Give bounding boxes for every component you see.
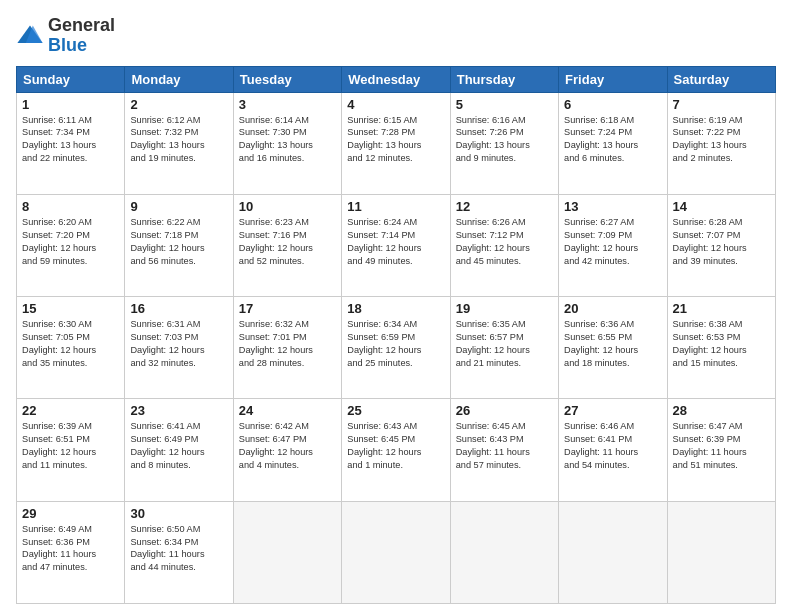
day-info: Sunrise: 6:47 AM Sunset: 6:39 PM Dayligh… — [673, 420, 770, 472]
day-number: 29 — [22, 506, 119, 521]
header: General Blue — [16, 16, 776, 56]
day-info: Sunrise: 6:23 AM Sunset: 7:16 PM Dayligh… — [239, 216, 336, 268]
day-number: 2 — [130, 97, 227, 112]
calendar-cell: 16Sunrise: 6:31 AM Sunset: 7:03 PM Dayli… — [125, 297, 233, 399]
calendar-cell: 28Sunrise: 6:47 AM Sunset: 6:39 PM Dayli… — [667, 399, 775, 501]
day-info: Sunrise: 6:42 AM Sunset: 6:47 PM Dayligh… — [239, 420, 336, 472]
day-number: 14 — [673, 199, 770, 214]
calendar-cell — [233, 501, 341, 603]
logo: General Blue — [16, 16, 115, 56]
day-number: 6 — [564, 97, 661, 112]
calendar-cell: 15Sunrise: 6:30 AM Sunset: 7:05 PM Dayli… — [17, 297, 125, 399]
calendar-cell: 18Sunrise: 6:34 AM Sunset: 6:59 PM Dayli… — [342, 297, 450, 399]
day-info: Sunrise: 6:31 AM Sunset: 7:03 PM Dayligh… — [130, 318, 227, 370]
day-info: Sunrise: 6:16 AM Sunset: 7:26 PM Dayligh… — [456, 114, 553, 166]
calendar-cell: 4Sunrise: 6:15 AM Sunset: 7:28 PM Daylig… — [342, 92, 450, 194]
day-number: 25 — [347, 403, 444, 418]
logo-text: General Blue — [48, 16, 115, 56]
calendar-cell — [342, 501, 450, 603]
day-info: Sunrise: 6:43 AM Sunset: 6:45 PM Dayligh… — [347, 420, 444, 472]
day-info: Sunrise: 6:14 AM Sunset: 7:30 PM Dayligh… — [239, 114, 336, 166]
dow-header-friday: Friday — [559, 66, 667, 92]
day-number: 13 — [564, 199, 661, 214]
calendar-cell: 9Sunrise: 6:22 AM Sunset: 7:18 PM Daylig… — [125, 194, 233, 296]
calendar-cell: 30Sunrise: 6:50 AM Sunset: 6:34 PM Dayli… — [125, 501, 233, 603]
day-number: 7 — [673, 97, 770, 112]
calendar-cell: 23Sunrise: 6:41 AM Sunset: 6:49 PM Dayli… — [125, 399, 233, 501]
calendar-cell: 29Sunrise: 6:49 AM Sunset: 6:36 PM Dayli… — [17, 501, 125, 603]
calendar-cell: 11Sunrise: 6:24 AM Sunset: 7:14 PM Dayli… — [342, 194, 450, 296]
day-info: Sunrise: 6:11 AM Sunset: 7:34 PM Dayligh… — [22, 114, 119, 166]
day-info: Sunrise: 6:39 AM Sunset: 6:51 PM Dayligh… — [22, 420, 119, 472]
day-number: 15 — [22, 301, 119, 316]
dow-header-wednesday: Wednesday — [342, 66, 450, 92]
day-number: 17 — [239, 301, 336, 316]
calendar-cell: 2Sunrise: 6:12 AM Sunset: 7:32 PM Daylig… — [125, 92, 233, 194]
calendar-cell: 14Sunrise: 6:28 AM Sunset: 7:07 PM Dayli… — [667, 194, 775, 296]
day-number: 23 — [130, 403, 227, 418]
day-info: Sunrise: 6:38 AM Sunset: 6:53 PM Dayligh… — [673, 318, 770, 370]
day-info: Sunrise: 6:27 AM Sunset: 7:09 PM Dayligh… — [564, 216, 661, 268]
dow-header-thursday: Thursday — [450, 66, 558, 92]
calendar-cell — [667, 501, 775, 603]
dow-header-saturday: Saturday — [667, 66, 775, 92]
calendar-cell: 21Sunrise: 6:38 AM Sunset: 6:53 PM Dayli… — [667, 297, 775, 399]
day-number: 12 — [456, 199, 553, 214]
day-number: 30 — [130, 506, 227, 521]
day-number: 10 — [239, 199, 336, 214]
day-info: Sunrise: 6:36 AM Sunset: 6:55 PM Dayligh… — [564, 318, 661, 370]
day-number: 21 — [673, 301, 770, 316]
calendar-cell: 22Sunrise: 6:39 AM Sunset: 6:51 PM Dayli… — [17, 399, 125, 501]
day-info: Sunrise: 6:35 AM Sunset: 6:57 PM Dayligh… — [456, 318, 553, 370]
day-number: 18 — [347, 301, 444, 316]
dow-header-tuesday: Tuesday — [233, 66, 341, 92]
day-info: Sunrise: 6:15 AM Sunset: 7:28 PM Dayligh… — [347, 114, 444, 166]
day-info: Sunrise: 6:19 AM Sunset: 7:22 PM Dayligh… — [673, 114, 770, 166]
day-number: 5 — [456, 97, 553, 112]
day-number: 9 — [130, 199, 227, 214]
day-info: Sunrise: 6:34 AM Sunset: 6:59 PM Dayligh… — [347, 318, 444, 370]
day-number: 8 — [22, 199, 119, 214]
calendar-cell: 10Sunrise: 6:23 AM Sunset: 7:16 PM Dayli… — [233, 194, 341, 296]
calendar-cell: 8Sunrise: 6:20 AM Sunset: 7:20 PM Daylig… — [17, 194, 125, 296]
day-info: Sunrise: 6:32 AM Sunset: 7:01 PM Dayligh… — [239, 318, 336, 370]
calendar-cell: 13Sunrise: 6:27 AM Sunset: 7:09 PM Dayli… — [559, 194, 667, 296]
day-number: 20 — [564, 301, 661, 316]
calendar-cell — [559, 501, 667, 603]
day-number: 19 — [456, 301, 553, 316]
day-number: 27 — [564, 403, 661, 418]
calendar-cell: 25Sunrise: 6:43 AM Sunset: 6:45 PM Dayli… — [342, 399, 450, 501]
day-number: 11 — [347, 199, 444, 214]
day-info: Sunrise: 6:41 AM Sunset: 6:49 PM Dayligh… — [130, 420, 227, 472]
dow-header-monday: Monday — [125, 66, 233, 92]
day-number: 1 — [22, 97, 119, 112]
day-info: Sunrise: 6:12 AM Sunset: 7:32 PM Dayligh… — [130, 114, 227, 166]
calendar-cell: 27Sunrise: 6:46 AM Sunset: 6:41 PM Dayli… — [559, 399, 667, 501]
day-info: Sunrise: 6:26 AM Sunset: 7:12 PM Dayligh… — [456, 216, 553, 268]
day-info: Sunrise: 6:24 AM Sunset: 7:14 PM Dayligh… — [347, 216, 444, 268]
day-info: Sunrise: 6:20 AM Sunset: 7:20 PM Dayligh… — [22, 216, 119, 268]
day-info: Sunrise: 6:30 AM Sunset: 7:05 PM Dayligh… — [22, 318, 119, 370]
day-info: Sunrise: 6:46 AM Sunset: 6:41 PM Dayligh… — [564, 420, 661, 472]
calendar-cell: 26Sunrise: 6:45 AM Sunset: 6:43 PM Dayli… — [450, 399, 558, 501]
day-number: 26 — [456, 403, 553, 418]
day-info: Sunrise: 6:49 AM Sunset: 6:36 PM Dayligh… — [22, 523, 119, 575]
day-number: 24 — [239, 403, 336, 418]
day-number: 28 — [673, 403, 770, 418]
calendar-cell: 5Sunrise: 6:16 AM Sunset: 7:26 PM Daylig… — [450, 92, 558, 194]
calendar-cell — [450, 501, 558, 603]
day-info: Sunrise: 6:50 AM Sunset: 6:34 PM Dayligh… — [130, 523, 227, 575]
day-info: Sunrise: 6:28 AM Sunset: 7:07 PM Dayligh… — [673, 216, 770, 268]
day-number: 3 — [239, 97, 336, 112]
day-info: Sunrise: 6:18 AM Sunset: 7:24 PM Dayligh… — [564, 114, 661, 166]
calendar-cell: 1Sunrise: 6:11 AM Sunset: 7:34 PM Daylig… — [17, 92, 125, 194]
calendar-cell: 20Sunrise: 6:36 AM Sunset: 6:55 PM Dayli… — [559, 297, 667, 399]
calendar-cell: 3Sunrise: 6:14 AM Sunset: 7:30 PM Daylig… — [233, 92, 341, 194]
calendar-cell: 17Sunrise: 6:32 AM Sunset: 7:01 PM Dayli… — [233, 297, 341, 399]
calendar-cell: 7Sunrise: 6:19 AM Sunset: 7:22 PM Daylig… — [667, 92, 775, 194]
calendar-cell: 19Sunrise: 6:35 AM Sunset: 6:57 PM Dayli… — [450, 297, 558, 399]
day-number: 22 — [22, 403, 119, 418]
calendar-cell: 6Sunrise: 6:18 AM Sunset: 7:24 PM Daylig… — [559, 92, 667, 194]
day-number: 16 — [130, 301, 227, 316]
dow-header-sunday: Sunday — [17, 66, 125, 92]
